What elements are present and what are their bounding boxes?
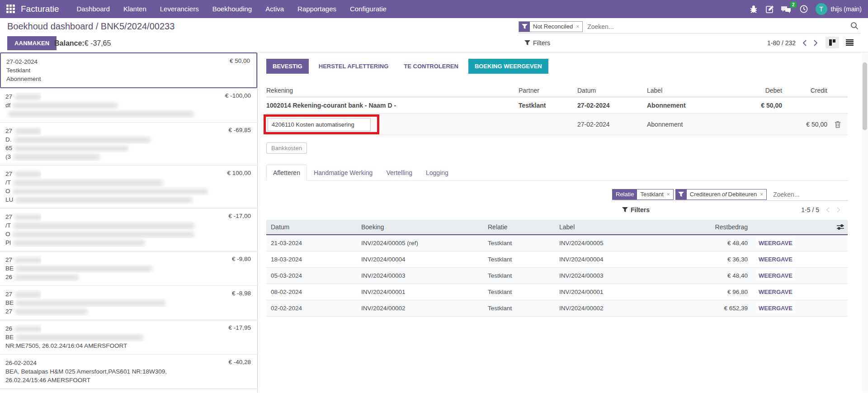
credit-cell: € 50,00 <box>782 121 827 128</box>
nav-item-activa[interactable]: Activa <box>259 0 291 18</box>
pager-prev-icon[interactable] <box>826 207 830 213</box>
statement-line[interactable]: 26€ -17,95BENR:ME7505, 26.02.24/16:04 AM… <box>0 320 257 355</box>
statement-line-date: 27 <box>5 92 41 101</box>
aflet-table-row[interactable]: 21-03-2024INV/2024/00005 (ref)TestklantI… <box>266 235 848 251</box>
cell-date: 18-03-2024 <box>266 256 357 263</box>
weergave-button[interactable]: WEERGAVE <box>756 271 795 280</box>
tab-vertelling[interactable]: Vertelling <box>379 165 419 181</box>
reset-reconciliation-button[interactable]: HERSTEL AFLETTERING <box>313 59 394 74</box>
balance-label: Balance: <box>54 39 85 47</box>
cell-move: INV/2024/00001 <box>357 289 483 295</box>
search-facet-not-reconciled: Not Reconciled × <box>519 21 583 32</box>
kanban-view-icon[interactable] <box>826 37 839 48</box>
nav-item-configuratie[interactable]: Configuratie <box>343 0 393 18</box>
breadcrumb[interactable]: Boekhoud dashboard / BNK5/2024/00233 <box>7 21 175 32</box>
aflet-table-header: Datum Boeking Relatie Label Restbedrag <box>266 220 848 235</box>
cell-label: INV/2024/00005 <box>555 240 678 246</box>
debug-bug-icon[interactable] <box>749 5 758 14</box>
statement-line[interactable]: 27€ -9,80BE26 <box>0 251 257 286</box>
statement-line[interactable]: 27€ -100,00df <box>0 88 257 123</box>
statement-line-list: 27-02-2024€ 50,00TestklantAbonnement27€ … <box>0 52 258 393</box>
validate-button[interactable]: BEVESTIG <box>266 59 309 74</box>
pager-next-icon[interactable] <box>813 39 818 47</box>
statement-line-amount: € 100,00 <box>227 170 251 176</box>
suggestion-chip-bankkosten[interactable]: Bankkosten <box>266 142 307 154</box>
statement-line[interactable]: 27€ -69,85D.65(3 <box>0 123 257 166</box>
statement-line-text: (3 <box>5 152 251 161</box>
filters-toggle[interactable]: Filters <box>524 39 550 47</box>
facet-remove-icon[interactable]: × <box>667 191 670 198</box>
aflet-search-input[interactable] <box>769 191 859 198</box>
weergave-button[interactable]: WEERGAVE <box>756 303 795 313</box>
aflet-table-row[interactable]: 08-02-2024INV/2024/00001TestklantINV/202… <box>266 284 848 300</box>
aflet-filters-toggle[interactable]: Filters <box>622 206 650 213</box>
pager-prev-icon[interactable] <box>802 39 807 47</box>
top-nav: Facturatie DashboardKlantenLeveranciersB… <box>0 0 868 18</box>
tab-afletteren[interactable]: Afletteren <box>266 165 307 181</box>
balance-text: Balance:€ -37,65 <box>54 39 111 47</box>
search-icon[interactable] <box>850 22 859 32</box>
user-menu[interactable]: thijs (main) <box>831 5 862 13</box>
apps-grid-icon[interactable] <box>6 5 15 14</box>
weergave-button[interactable]: WEERGAVE <box>756 238 795 248</box>
cell-partner: Testklant <box>483 240 555 246</box>
column-options-icon[interactable] <box>809 224 848 230</box>
cell-partner: Testklant <box>483 289 555 295</box>
facet-remove-icon[interactable]: × <box>760 191 763 198</box>
statement-line[interactable]: 27€ -17,00/TOPl <box>0 208 257 251</box>
activities-clock-icon[interactable] <box>799 5 808 14</box>
nav-item-boekhouding[interactable]: Boekhouding <box>206 0 259 18</box>
tab-handmatige-werking[interactable]: Handmatige Werking <box>307 165 379 181</box>
scrollbar-track[interactable] <box>862 52 868 393</box>
date-cell: 27-02-2024 <box>577 121 647 128</box>
redacted-text <box>16 266 152 272</box>
pager-next-icon[interactable] <box>836 207 841 213</box>
aflet-table-row[interactable]: 02-02-2024INV/2024/00002TestklantINV/202… <box>266 300 848 317</box>
tab-logging[interactable]: Logging <box>419 165 455 181</box>
nav-item-rapportages[interactable]: Rapportages <box>291 0 343 18</box>
aflet-table-row[interactable]: 05-03-2024INV/2024/00003TestklantINV/202… <box>266 268 848 284</box>
view-move-button[interactable]: BOEKING WEERGEVEN <box>468 59 548 74</box>
recon-counterpart-row[interactable]: 27-02-2024 Abonnement € 50,00 <box>266 114 848 135</box>
weergave-button[interactable]: WEERGAVE <box>756 255 795 264</box>
nav-item-leveranciers[interactable]: Leveranciers <box>153 0 206 18</box>
cell-move: INV/2024/00004 <box>357 256 483 263</box>
compose-edit-icon[interactable] <box>765 5 774 14</box>
delete-line-trash-icon[interactable] <box>827 121 848 128</box>
recon-liquidity-row[interactable]: 1002014 Rekening-courant bank - Naam D -… <box>266 97 848 114</box>
top-search-bar: Not Reconciled × <box>519 20 860 33</box>
statement-line-date: 26 <box>5 324 41 333</box>
to-check-button[interactable]: TE CONTROLEREN <box>398 59 464 74</box>
cell-partner: Testklant <box>483 272 555 279</box>
statement-line-amount: € -8,98 <box>232 290 251 297</box>
statement-line[interactable]: 27€ -8,98BE27 <box>0 286 257 320</box>
account-input[interactable] <box>268 118 371 131</box>
statement-line-text: D. <box>5 135 251 144</box>
statement-line-text: NR:ME7505, 26.02.24/16:04 AMERSFOORT <box>5 341 251 350</box>
search-input[interactable] <box>583 23 850 30</box>
statement-line[interactable]: 26-02-2024€ -60,61 <box>0 389 257 393</box>
statement-line-date: 27 <box>5 290 41 298</box>
messages-icon[interactable]: 2 <box>781 5 792 14</box>
statement-line-text: /T <box>5 178 251 187</box>
statement-line[interactable]: 27-02-2024€ 50,00TestklantAbonnement <box>0 52 257 88</box>
nav-item-dashboard[interactable]: Dashboard <box>70 0 116 18</box>
aflet-table-row[interactable]: 18-03-2024INV/2024/00004TestklantINV/202… <box>266 251 848 268</box>
statement-line-amount: € -17,00 <box>228 213 251 219</box>
weergave-button[interactable]: WEERGAVE <box>756 287 795 297</box>
nav-item-klanten[interactable]: Klanten <box>117 0 153 18</box>
user-avatar[interactable]: T <box>816 3 827 15</box>
aflet-table-body: 21-03-2024INV/2024/00005 (ref)TestklantI… <box>266 235 848 317</box>
facet-remove-icon[interactable]: × <box>576 24 579 30</box>
app-brand[interactable]: Facturatie <box>21 4 59 14</box>
cell-label: INV/2024/00002 <box>555 305 678 312</box>
list-view-icon[interactable] <box>843 37 857 48</box>
pager-range: 1-80 / 232 <box>767 39 796 47</box>
cell-date: 21-03-2024 <box>266 240 357 246</box>
statement-line[interactable]: 27€ 100,00/TOLU <box>0 166 257 208</box>
statement-line[interactable]: 26-02-2024€ -40,28BEA, Betaalpas H&M 025… <box>0 355 257 389</box>
cell-move: INV/2024/00005 (ref) <box>357 240 483 246</box>
statement-line-amount: € -100,00 <box>225 92 251 99</box>
scrollbar-thumb[interactable] <box>863 62 867 130</box>
create-button[interactable]: AANMAKEN <box>7 36 57 50</box>
